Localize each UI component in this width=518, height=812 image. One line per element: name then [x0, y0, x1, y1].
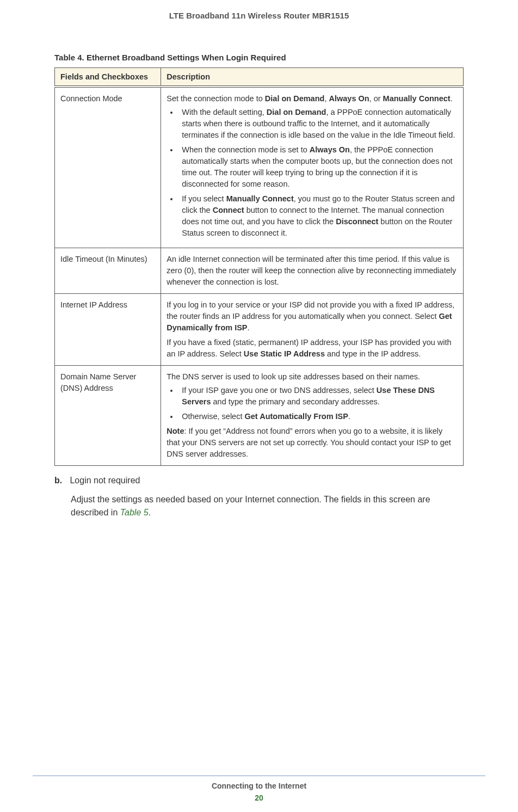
- text: If you select: [182, 194, 226, 203]
- desc-idle-timeout: An idle Internet connection will be term…: [161, 248, 464, 294]
- text: If you log in to your service or your IS…: [166, 300, 454, 321]
- table-caption: Table 4. Ethernet Broadband Settings Whe…: [54, 53, 464, 62]
- table-header-row: Fields and Checkboxes Description: [55, 68, 464, 87]
- text: With the default setting,: [182, 108, 267, 116]
- section-b-title: Login not required: [70, 476, 140, 485]
- table-reference-link[interactable]: Table 5: [120, 508, 149, 517]
- table-row: Idle Timeout (In Minutes) An idle Intern…: [55, 248, 464, 294]
- bold-text: Get Automatically From ISP: [245, 412, 348, 421]
- list-item: Otherwise, select Get Automatically From…: [178, 411, 458, 422]
- text: .: [451, 94, 453, 103]
- bold-text: Always On: [310, 145, 350, 154]
- bold-text: Manually Connect: [226, 194, 294, 203]
- content-area: Table 4. Ethernet Broadband Settings Whe…: [0, 53, 518, 519]
- section-b-label: b.: [54, 476, 67, 485]
- text: and type the primary and secondary addre…: [211, 397, 379, 406]
- bold-text: Manually Connect: [383, 94, 451, 103]
- list-item: With the default setting, Dial on Demand…: [178, 107, 458, 141]
- page-footer: Connecting to the Internet 20: [0, 776, 518, 802]
- list-item: When the connection mode is set to Alway…: [178, 144, 458, 190]
- table-row: Internet IP Address If you log in to you…: [55, 294, 464, 366]
- text: .: [149, 508, 151, 517]
- col-description-header: Description: [161, 68, 464, 87]
- field-internet-ip: Internet IP Address: [55, 294, 161, 366]
- bold-text: Always On: [329, 94, 369, 103]
- page-header: LTE Broadband 11n Wireless Router MBR151…: [0, 0, 518, 53]
- footer-page-number: 20: [0, 793, 518, 802]
- text: : If you get “Address not found” errors …: [166, 427, 451, 458]
- text: .: [348, 412, 350, 421]
- bold-text: Disconnect: [336, 217, 378, 226]
- text: and type in the IP address.: [325, 349, 421, 358]
- section-b: b. Login not required Adjust the setting…: [54, 476, 464, 519]
- text: When the connection mode is set to: [182, 145, 310, 154]
- bold-text: Use Static IP Address: [244, 349, 325, 358]
- bold-text: Note: [166, 427, 184, 435]
- desc-connection-mode: Set the connection mode to Dial on Deman…: [161, 87, 464, 248]
- field-connection-mode: Connection Mode: [55, 87, 161, 248]
- list-item: If your ISP gave you one or two DNS addr…: [178, 385, 458, 408]
- table-row: Domain Name Server (DNS) Address The DNS…: [55, 366, 464, 466]
- bold-text: Dial on Demand: [265, 94, 325, 103]
- desc-dns: The DNS server is used to look up site a…: [161, 366, 464, 466]
- paragraph: The DNS server is used to look up site a…: [166, 371, 458, 383]
- footer-divider: [33, 776, 485, 776]
- field-idle-timeout: Idle Timeout (In Minutes): [55, 248, 161, 294]
- footer-title: Connecting to the Internet: [0, 782, 518, 790]
- text: Set the connection mode to: [166, 94, 265, 103]
- paragraph: If you have a fixed (static, permanent) …: [166, 337, 458, 360]
- table-row: Connection Mode Set the connection mode …: [55, 87, 464, 248]
- paragraph: If you log in to your service or your IS…: [166, 299, 458, 334]
- settings-table: Fields and Checkboxes Description Connec…: [54, 67, 464, 466]
- text: If your ISP gave you one or two DNS addr…: [182, 386, 377, 395]
- desc-internet-ip: If you log in to your service or your IS…: [161, 294, 464, 366]
- field-dns: Domain Name Server (DNS) Address: [55, 366, 161, 466]
- text: , or: [369, 94, 383, 103]
- bullet-list: With the default setting, Dial on Demand…: [166, 107, 458, 239]
- section-b-description: Adjust the settings as needed based on y…: [71, 493, 464, 519]
- bold-text: Connect: [213, 206, 244, 214]
- paragraph: Note: If you get “Address not found” err…: [166, 426, 458, 460]
- list-item: If you select Manually Connect, you must…: [178, 193, 458, 239]
- col-fields-header: Fields and Checkboxes: [55, 68, 161, 87]
- bullet-list: If your ISP gave you one or two DNS addr…: [166, 385, 458, 422]
- text: .: [248, 323, 250, 332]
- text: Otherwise, select: [182, 412, 244, 421]
- bold-text: Dial on Demand: [267, 108, 326, 116]
